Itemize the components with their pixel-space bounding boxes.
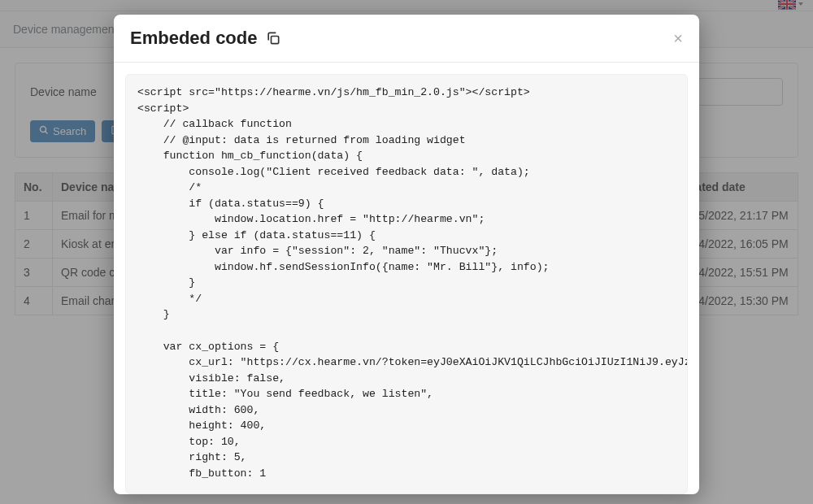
modal-title: Embeded code xyxy=(130,28,257,49)
modal-header: Embeded code × xyxy=(114,15,699,63)
svg-rect-7 xyxy=(272,37,279,44)
modal-body: <script src="https://hearme.vn/js/hm_fb_… xyxy=(114,63,699,494)
close-button[interactable]: × xyxy=(673,30,683,46)
embed-code-modal: Embeded code × <script src="https://hear… xyxy=(114,15,699,494)
copy-icon[interactable] xyxy=(265,30,281,46)
code-block[interactable]: <script src="https://hearme.vn/js/hm_fb_… xyxy=(125,74,688,494)
close-icon: × xyxy=(673,29,683,47)
